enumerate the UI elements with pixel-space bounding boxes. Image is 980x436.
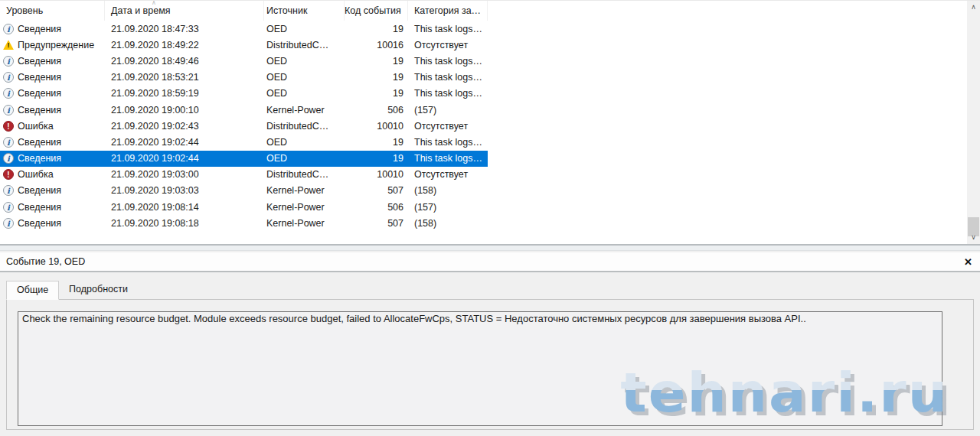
event-datetime: 21.09.2020 19:03:03 [105,185,264,196]
tab-details[interactable]: Подробности [59,281,138,299]
pane-splitter[interactable] [0,244,980,251]
watermark: tehnari.ru [620,360,949,425]
event-level: Предупреждение [18,40,94,50]
event-row[interactable]: Сведения 21.09.2020 19:02:44 OED 19 This… [0,134,980,150]
event-source: DistributedC… [264,121,345,132]
event-id: 19 [345,137,408,148]
error-icon [3,169,14,180]
event-id: 10010 [345,121,408,132]
event-category: (157) [408,105,488,116]
info-icon [3,185,14,196]
warning-icon [3,40,14,50]
event-message-text: Check the remaining resource budget. Mod… [22,313,806,324]
error-icon [3,121,14,132]
event-source: Kernel-Power [264,202,345,213]
event-category: This task logs… [408,153,488,164]
event-category: This task logs… [408,72,488,83]
event-level: Ошибка [18,169,54,180]
event-id: 19 [345,24,408,34]
event-level: Сведения [18,185,61,196]
details-title: Событие 19, OED [6,256,85,267]
event-source: Kernel-Power [264,185,345,196]
event-id: 506 [345,105,408,116]
column-header-level[interactable]: Уровень [0,1,105,21]
info-icon [3,218,14,229]
event-category: Отсутствует [408,169,488,180]
event-list-header: Уровень Дата и время Источник Код событи… [0,1,980,21]
info-icon [3,153,14,164]
event-category: (157) [408,202,488,213]
info-icon [3,88,14,99]
event-datetime: 21.09.2020 18:49:22 [105,40,264,50]
event-details-pane: Событие 19, OED ✕ Общие Подробности Chec… [0,251,980,436]
column-header-datetime[interactable]: Дата и время [105,1,264,21]
event-category: This task logs… [408,137,488,148]
column-header-source[interactable]: Источник [264,1,345,21]
event-level: Сведения [18,137,61,148]
event-id: 19 [345,72,408,83]
event-level: Сведения [18,24,61,34]
event-datetime: 21.09.2020 19:08:18 [105,218,264,229]
event-source: OED [264,153,345,164]
event-datetime: 21.09.2020 19:00:10 [105,105,264,116]
event-category: This task logs… [408,56,488,67]
event-datetime: 21.09.2020 19:02:43 [105,121,264,132]
scroll-down-icon[interactable]: ∨ [967,231,980,244]
event-row[interactable]: Сведения 21.09.2020 19:08:18 Kernel-Powe… [0,215,980,231]
info-icon [3,72,14,83]
info-icon [3,24,14,34]
event-level: Сведения [18,105,61,116]
event-rows-container: Сведения 21.09.2020 18:47:33 OED 19 This… [0,21,980,231]
scroll-up-icon[interactable]: ∧ [967,1,980,14]
event-level: Сведения [18,56,61,67]
event-source: DistributedC… [264,40,345,50]
event-id: 19 [345,153,408,164]
tab-general[interactable]: Общие [6,281,59,300]
event-id: 19 [345,88,408,99]
event-id: 19 [345,56,408,67]
event-datetime: 21.09.2020 19:03:00 [105,169,264,180]
event-source: OED [264,24,345,34]
event-source: OED [264,72,345,83]
vertical-scrollbar[interactable]: ∧ ∨ [967,1,980,244]
details-header: Событие 19, OED ✕ [0,252,980,272]
sort-ascending-icon: ∧ [152,0,156,6]
event-row[interactable]: Сведения 21.09.2020 19:08:14 Kernel-Powe… [0,199,980,215]
event-row[interactable]: Сведения 21.09.2020 18:47:33 OED 19 This… [0,21,980,37]
event-id: 507 [345,185,408,196]
event-row[interactable]: Сведения 21.09.2020 18:59:19 OED 19 This… [0,86,980,102]
event-id: 506 [345,202,408,213]
info-icon [3,56,14,67]
event-row[interactable]: Предупреждение 21.09.2020 18:49:22 Distr… [0,37,980,53]
event-datetime: 21.09.2020 19:02:44 [105,137,264,148]
column-header-category[interactable]: Категория за… [408,1,488,21]
close-icon[interactable]: ✕ [964,256,972,268]
event-row[interactable]: Сведения 21.09.2020 19:00:10 Kernel-Powe… [0,102,980,118]
event-row[interactable]: Ошибка 21.09.2020 19:03:00 DistributedC…… [0,167,980,183]
event-datetime: 21.09.2020 18:49:46 [105,56,264,67]
event-source: OED [264,137,345,148]
event-category: (158) [408,218,488,229]
event-row[interactable]: Ошибка 21.09.2020 19:02:43 DistributedC…… [0,118,980,134]
event-source: Kernel-Power [264,218,345,229]
event-datetime: 21.09.2020 18:59:19 [105,88,264,99]
event-row[interactable]: Сведения 21.09.2020 18:53:21 OED 19 This… [0,70,980,86]
event-category: (158) [408,185,488,196]
event-source: Kernel-Power [264,105,345,116]
event-row[interactable]: Сведения 21.09.2020 19:02:44 OED 19 This… [0,151,488,167]
info-icon [3,137,14,148]
event-row[interactable]: Сведения 21.09.2020 18:49:46 OED 19 This… [0,53,980,69]
event-level: Сведения [18,218,61,229]
column-header-event-id[interactable]: Код события [345,1,408,21]
event-row[interactable]: Сведения 21.09.2020 19:03:03 Kernel-Powe… [0,183,980,199]
general-tab-panel: Check the remaining resource budget. Mod… [6,299,974,430]
event-category: This task logs… [408,24,488,34]
event-datetime: 21.09.2020 19:02:44 [105,153,264,164]
event-level: Ошибка [18,121,54,132]
event-datetime: 21.09.2020 18:53:21 [105,72,264,83]
event-source: DistributedC… [264,169,345,180]
event-datetime: 21.09.2020 19:08:14 [105,202,264,213]
event-datetime: 21.09.2020 18:47:33 [105,24,264,34]
details-tabs: Общие Подробности [6,281,980,299]
event-category: Отсутствует [408,40,488,50]
